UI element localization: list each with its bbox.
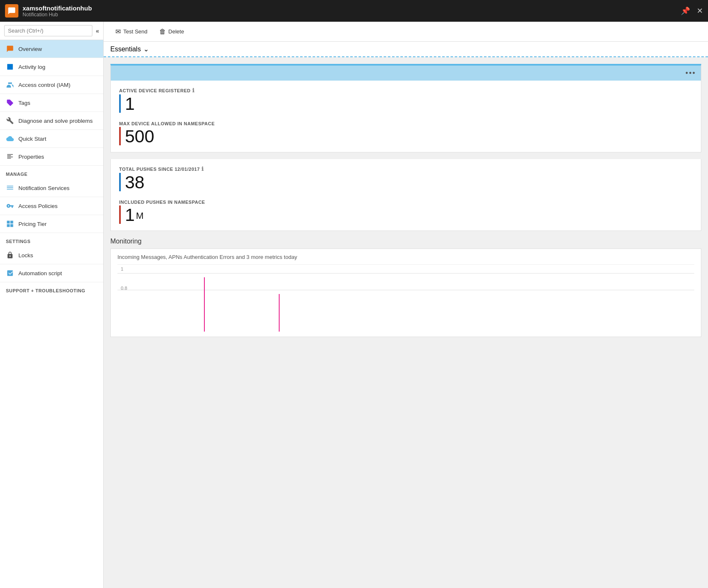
svg-rect-0 — [7, 64, 13, 70]
sidebar-item-notification-services[interactable]: Notification Services — [0, 179, 103, 197]
max-device-stat: MAX DEVICE ALLOWED IN NAMESPACE 500 — [119, 121, 693, 145]
sidebar-item-label: Quick Start — [18, 136, 46, 142]
sidebar-item-tags[interactable]: Tags — [0, 94, 103, 112]
pricing-tier-icon — [6, 220, 14, 228]
included-pushes-stat: INCLUDED PUSHES IN NAMESPACE 1 M — [119, 200, 693, 224]
total-pushes-value: 38 — [125, 174, 145, 191]
sidebar-item-pricing-tier[interactable]: Pricing Tier — [0, 215, 103, 233]
sidebar-item-label: Tags — [18, 100, 31, 106]
app-subtitle: Notification Hub — [23, 12, 681, 18]
sidebar-item-locks[interactable]: Locks — [0, 246, 103, 264]
section-header-settings: SETTINGS — [0, 233, 103, 246]
sidebar-item-label: Diagnose and solve problems — [18, 118, 93, 124]
test-send-icon: ✉ — [115, 28, 121, 35]
included-pushes-sub: M — [136, 210, 143, 221]
content-scroll: ••• ACTIVE DEVICE REGISTERED ℹ 1 — [104, 57, 708, 588]
quick-start-icon — [6, 134, 14, 143]
overview-icon — [6, 45, 14, 53]
chart-spike-1 — [204, 277, 205, 332]
sidebar-item-overview[interactable]: Overview — [0, 40, 103, 58]
section-header-support: SUPPORT + TROUBLESHOOTING — [0, 282, 103, 296]
svg-rect-7 — [7, 186, 13, 187]
access-policies-icon — [6, 202, 14, 210]
toolbar: ✉ Test Send 🗑 Delete — [104, 22, 708, 42]
stat-label-text: ACTIVE DEVICE REGISTERED — [119, 88, 191, 93]
max-device-value: 500 — [125, 128, 154, 145]
pin-icon[interactable]: 📌 — [681, 6, 690, 15]
essentials-chevron-icon: ⌄ — [143, 45, 149, 53]
sidebar-item-access-policies[interactable]: Access Policies — [0, 197, 103, 215]
search-box: « — [0, 22, 103, 40]
sidebar-item-access-control[interactable]: Access control (IAM) — [0, 76, 103, 94]
sidebar-nav: Overview Activity log Access control (IA… — [0, 40, 103, 588]
monitoring-title: Monitoring — [110, 238, 701, 245]
locks-icon — [6, 251, 14, 259]
pushes-stats-card: TOTAL PUSHES SINCE 12/01/2017 ℹ 38 INCLU… — [110, 159, 701, 231]
stat-blue-bar — [119, 94, 121, 113]
delete-button[interactable]: 🗑 Delete — [154, 25, 189, 38]
sidebar-item-label: Properties — [18, 154, 44, 160]
properties-icon — [6, 152, 14, 161]
included-pushes-red-bar — [119, 205, 121, 224]
sidebar: « Overview Activity log — [0, 22, 104, 588]
tags-icon — [6, 99, 14, 107]
sidebar-item-label: Pricing Tier — [18, 221, 47, 227]
monitoring-description: Incoming Messages, APNs Authentication E… — [117, 254, 694, 265]
main-layout: « Overview Activity log — [0, 22, 708, 588]
collapse-button[interactable]: « — [96, 28, 99, 34]
sidebar-item-label: Activity log — [18, 64, 46, 70]
sidebar-item-label: Access control (IAM) — [18, 82, 71, 88]
monitoring-section: Monitoring Incoming Messages, APNs Authe… — [110, 238, 701, 337]
title-bar: xamsoftnotificationhub Notification Hub … — [0, 0, 708, 22]
device-stats-card: ••• ACTIVE DEVICE REGISTERED ℹ 1 — [110, 64, 701, 152]
total-pushes-stat: TOTAL PUSHES SINCE 12/01/2017 ℹ 38 — [119, 166, 693, 191]
sidebar-item-label: Automation script — [18, 270, 62, 276]
card-menu-dots[interactable]: ••• — [685, 69, 696, 78]
delete-icon: 🗑 — [159, 28, 166, 35]
svg-point-1 — [8, 82, 10, 84]
total-pushes-label: TOTAL PUSHES SINCE 12/01/2017 — [119, 167, 200, 172]
included-pushes-label: INCLUDED PUSHES IN NAMESPACE — [119, 200, 205, 205]
chart-spike-2 — [279, 294, 280, 332]
sidebar-item-automation-script[interactable]: Automation script — [0, 264, 103, 282]
svg-rect-11 — [10, 221, 13, 224]
section-header-manage: MANAGE — [0, 166, 103, 179]
monitoring-card: Incoming Messages, APNs Authentication E… — [110, 248, 701, 337]
essentials-label: Essentials — [110, 46, 141, 53]
included-pushes-value: 1 — [125, 206, 135, 224]
sidebar-item-quick-start[interactable]: Quick Start — [0, 130, 103, 148]
test-send-button[interactable]: ✉ Test Send — [110, 25, 153, 38]
activity-log-icon — [6, 63, 14, 71]
stat-red-bar — [119, 127, 121, 145]
sidebar-item-diagnose[interactable]: Diagnose and solve problems — [0, 112, 103, 130]
svg-point-2 — [10, 82, 12, 84]
stat1-info-icon: ℹ — [192, 87, 195, 94]
svg-rect-4 — [7, 155, 11, 156]
svg-rect-12 — [7, 224, 10, 227]
sidebar-item-label: Locks — [18, 252, 33, 259]
svg-rect-3 — [7, 154, 13, 155]
sidebar-item-label: Notification Services — [18, 185, 69, 191]
active-device-value: 1 — [125, 95, 135, 113]
essentials-bar[interactable]: Essentials ⌄ — [104, 42, 708, 57]
svg-rect-6 — [7, 158, 11, 159]
chart-y-label-1: 1 — [121, 266, 123, 271]
svg-rect-8 — [7, 188, 13, 188]
sidebar-item-label: Overview — [18, 46, 42, 52]
active-device-stat: ACTIVE DEVICE REGISTERED ℹ 1 — [119, 87, 693, 113]
close-icon[interactable]: ✕ — [697, 6, 703, 15]
sidebar-item-activity-log[interactable]: Activity log — [0, 58, 103, 76]
pushes-info-icon: ℹ — [201, 166, 204, 172]
diagnose-icon — [6, 117, 14, 125]
access-control-icon — [6, 81, 14, 89]
chart-gridline-1 — [117, 273, 694, 274]
content-area: ✉ Test Send 🗑 Delete Essentials ⌄ ••• — [104, 22, 708, 588]
notification-services-icon — [6, 184, 14, 192]
search-input[interactable] — [4, 25, 92, 36]
automation-script-icon — [6, 269, 14, 277]
sidebar-item-label: Access Policies — [18, 203, 58, 209]
svg-rect-5 — [7, 157, 13, 157]
svg-rect-13 — [10, 224, 13, 227]
svg-rect-9 — [7, 189, 13, 190]
sidebar-item-properties[interactable]: Properties — [0, 148, 103, 166]
